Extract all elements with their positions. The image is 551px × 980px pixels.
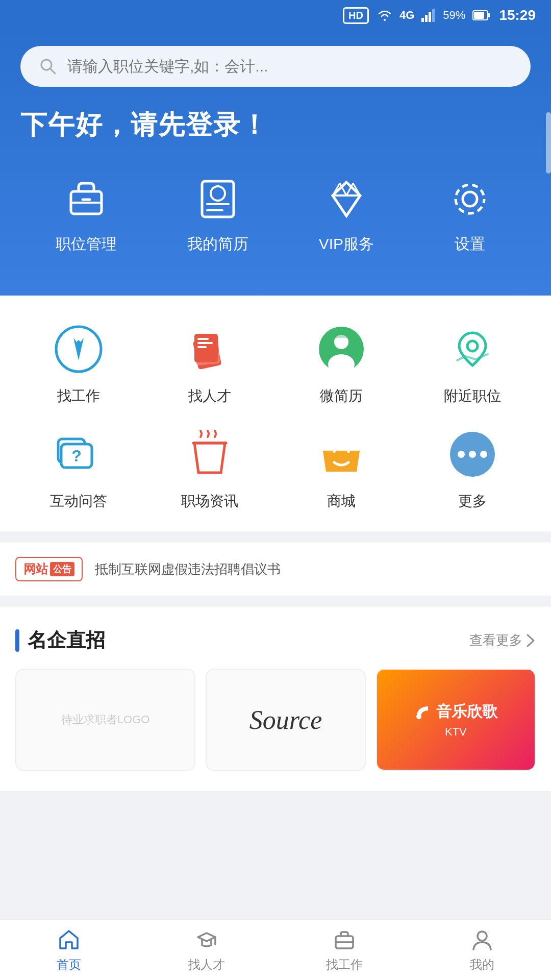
- worker-icon: [316, 324, 367, 375]
- svg-rect-30: [197, 346, 207, 348]
- nav-item-mine[interactable]: 我的: [413, 920, 551, 980]
- service-qa[interactable]: ? 互动问答: [15, 421, 142, 516]
- time-display: 15:29: [499, 7, 536, 23]
- signal-icon: [421, 9, 436, 22]
- nav-find-job-label: 找工作: [326, 957, 363, 973]
- quick-action-jobs-manage-label: 职位管理: [56, 234, 117, 255]
- service-grid: 找工作 找人才: [15, 316, 536, 516]
- chevron-right-icon: [525, 633, 536, 648]
- search-bar[interactable]: [20, 46, 531, 87]
- service-nearby-jobs-label: 附近职位: [444, 386, 501, 406]
- announcement-badge: 网站 公告: [15, 557, 83, 581]
- more-dots-icon: [447, 429, 498, 480]
- service-workplace-news-label: 职场资讯: [181, 492, 238, 511]
- person-icon: [470, 928, 494, 951]
- svg-point-48: [478, 932, 487, 941]
- svg-rect-0: [421, 18, 424, 22]
- wifi-icon: [377, 9, 392, 22]
- home-icon: [57, 928, 81, 951]
- company-cards: 待业求职者LOGO Source 音乐欣歌 KTV: [0, 669, 551, 791]
- section-title-text: 名企直招: [28, 627, 105, 653]
- quick-action-my-resume[interactable]: 我的简历: [187, 174, 248, 255]
- svg-rect-29: [197, 342, 213, 344]
- header-section: 下午好，请先登录！ 职位管理: [0, 31, 551, 296]
- view-more-button[interactable]: 查看更多: [469, 631, 536, 649]
- battery-icon: [472, 10, 491, 21]
- ktv-sub: KTV: [445, 725, 467, 739]
- service-workplace-news[interactable]: 职场资讯: [147, 421, 273, 516]
- company-card-2[interactable]: Source: [206, 669, 365, 771]
- badge-main: 网站: [23, 561, 48, 577]
- svg-point-42: [469, 451, 476, 458]
- svg-point-13: [211, 186, 225, 201]
- service-mall-label: 商城: [327, 492, 356, 511]
- search-input[interactable]: [67, 58, 512, 75]
- graduation-icon: [195, 928, 218, 951]
- section-title: 名企直招: [15, 627, 105, 653]
- briefcase-nav-icon: [333, 928, 356, 951]
- location-map-icon: [447, 324, 498, 375]
- quick-action-vip[interactable]: VIP服务: [319, 174, 374, 255]
- nav-item-find-talent[interactable]: 找人才: [138, 920, 276, 980]
- svg-point-22: [463, 192, 477, 206]
- service-micro-resume-label: 微简历: [320, 386, 363, 406]
- svg-point-33: [328, 354, 355, 375]
- status-bar: HD 4G 59% 15:29: [0, 0, 551, 31]
- announcement-bar[interactable]: 网站 公告 抵制互联网虚假违法招聘倡议书: [0, 542, 551, 597]
- svg-rect-34: [331, 334, 352, 338]
- bag-icon: [316, 429, 367, 480]
- service-find-talent-label: 找人才: [188, 386, 231, 406]
- svg-rect-28: [197, 338, 209, 340]
- service-mall[interactable]: 商城: [278, 421, 405, 516]
- ktv-music-icon: [414, 702, 432, 721]
- nav-find-talent-label: 找人才: [188, 957, 225, 973]
- svg-rect-6: [474, 12, 484, 19]
- company-card-3[interactable]: 音乐欣歌 KTV: [376, 669, 536, 771]
- quick-action-vip-label: VIP服务: [319, 234, 374, 255]
- service-nearby-jobs[interactable]: 附近职位: [410, 316, 536, 411]
- coffee-icon: [184, 429, 235, 480]
- svg-point-41: [458, 451, 465, 458]
- nav-item-home[interactable]: 首页: [0, 920, 138, 980]
- quick-action-jobs-manage[interactable]: 职位管理: [56, 174, 117, 255]
- svg-rect-1: [425, 15, 428, 22]
- services-section: 找工作 找人才: [0, 296, 551, 531]
- service-find-talent[interactable]: 找人才: [147, 316, 273, 411]
- resume-icon: [195, 176, 241, 222]
- nav-home-label: 首页: [57, 957, 81, 973]
- battery-percent: 59%: [443, 9, 465, 22]
- search-icon: [39, 57, 57, 76]
- bottom-nav: 首页 找人才 找工作 我的: [0, 919, 551, 980]
- cards-icon: [184, 324, 235, 375]
- service-more[interactable]: 更多: [410, 421, 536, 516]
- quick-action-settings[interactable]: 设置: [444, 174, 495, 255]
- gear-icon: [447, 176, 493, 222]
- service-find-job-label: 找工作: [57, 386, 100, 406]
- greeting-text: 下午好，请先登录！: [20, 107, 531, 143]
- svg-line-8: [50, 68, 55, 74]
- quick-action-settings-label: 设置: [455, 234, 485, 255]
- briefcase-icon: [63, 176, 109, 222]
- diamond-icon: [323, 176, 369, 222]
- service-qa-label: 互动问答: [50, 492, 107, 511]
- signal-4g: 4G: [399, 9, 414, 22]
- service-find-job[interactable]: 找工作: [15, 316, 142, 411]
- svg-point-43: [480, 451, 487, 458]
- view-more-label: 查看更多: [469, 631, 522, 649]
- company-card-1[interactable]: 待业求职者LOGO: [15, 669, 195, 771]
- svg-rect-3: [432, 9, 435, 22]
- ktv-name: 音乐欣歌: [436, 701, 497, 722]
- tie-icon: [53, 324, 104, 375]
- svg-point-23: [456, 185, 484, 213]
- section-divider: [0, 597, 551, 607]
- svg-point-35: [467, 341, 478, 351]
- status-icons: 4G 59%: [377, 9, 491, 22]
- announcement-text: 抵制互联网虚假违法招聘倡议书: [95, 560, 281, 578]
- service-more-label: 更多: [458, 492, 487, 511]
- nav-item-find-job[interactable]: 找工作: [276, 920, 413, 980]
- service-micro-resume[interactable]: 微简历: [278, 316, 405, 411]
- scroll-indicator: [546, 112, 551, 174]
- quick-action-my-resume-label: 我的简历: [187, 234, 248, 255]
- svg-rect-2: [429, 12, 431, 22]
- source-label: Source: [249, 705, 322, 735]
